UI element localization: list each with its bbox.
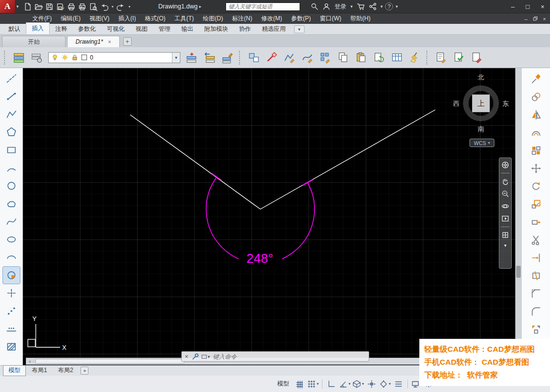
minimize-button[interactable]: – bbox=[505, 0, 520, 13]
save-button[interactable] bbox=[44, 1, 55, 12]
menu-draw[interactable]: 绘图(D) bbox=[198, 14, 228, 23]
navbar-caret-icon[interactable]: ▾ bbox=[504, 243, 507, 248]
navigation-wheel-button[interactable] bbox=[501, 160, 510, 169]
revision-cloud-button[interactable] bbox=[3, 195, 20, 212]
spline-button[interactable] bbox=[3, 213, 20, 230]
ellipse-button[interactable] bbox=[3, 231, 20, 248]
menu-help[interactable]: 帮助(H) bbox=[346, 14, 375, 23]
layer-on-bulb-icon[interactable] bbox=[51, 54, 59, 61]
scale-button[interactable] bbox=[528, 196, 545, 213]
view-cube-west-label[interactable]: 西 bbox=[453, 99, 460, 108]
undo-button[interactable] bbox=[99, 1, 110, 12]
menu-modify[interactable]: 修改(M) bbox=[257, 14, 287, 23]
markup-button[interactable] bbox=[469, 49, 485, 66]
doc-restore-button[interactable] bbox=[533, 16, 538, 21]
layer-states-button[interactable] bbox=[28, 49, 45, 66]
print-button[interactable] bbox=[66, 1, 77, 12]
make-object-layer-current-button[interactable] bbox=[183, 49, 200, 66]
layer-match-button[interactable] bbox=[219, 49, 236, 66]
object-snap-button[interactable]: ▾ bbox=[379, 378, 391, 390]
arc-button[interactable] bbox=[3, 159, 20, 176]
command-customize-wrench-icon[interactable] bbox=[191, 353, 199, 360]
polar-tracking-button[interactable]: ▾ bbox=[339, 378, 351, 390]
vertical-scrollbar[interactable] bbox=[515, 68, 521, 358]
sign-in-button[interactable] bbox=[321, 1, 332, 12]
zoom-button[interactable] bbox=[501, 189, 510, 198]
menu-window[interactable]: 窗口(W) bbox=[315, 14, 346, 23]
redo-button[interactable] bbox=[116, 1, 127, 12]
undo-caret[interactable]: ▾ bbox=[110, 1, 116, 12]
help-caret-icon[interactable]: ▾ bbox=[394, 4, 399, 9]
share-caret-icon[interactable]: ▾ bbox=[379, 4, 385, 9]
drawn-line-right[interactable] bbox=[260, 110, 435, 209]
block-insert-button[interactable] bbox=[3, 267, 20, 284]
isodraft-caret-icon[interactable]: ▾ bbox=[362, 382, 364, 386]
vertical-scrollbar-thumb[interactable] bbox=[516, 266, 521, 278]
pan-button[interactable] bbox=[501, 177, 510, 186]
new-drawing-tab-button[interactable]: + bbox=[123, 37, 132, 46]
table-button[interactable] bbox=[389, 49, 405, 66]
object-snap-tracking-button[interactable] bbox=[366, 378, 378, 390]
layout1-tab[interactable]: 布局1 bbox=[27, 366, 52, 376]
toolbar-grip[interactable] bbox=[4, 51, 7, 65]
menu-tools[interactable]: 工具(T) bbox=[170, 14, 198, 23]
isodraft-button[interactable]: ▾ bbox=[352, 378, 364, 390]
circle-button[interactable] bbox=[3, 177, 20, 194]
rotate-button[interactable] bbox=[528, 178, 545, 195]
menu-insert[interactable]: 插入(I) bbox=[114, 14, 140, 23]
property-paint-button[interactable] bbox=[245, 49, 262, 66]
ortho-mode-button[interactable] bbox=[325, 378, 337, 390]
ribbon-tab-manage[interactable]: 管理 bbox=[153, 23, 176, 34]
polyline-button[interactable] bbox=[3, 106, 20, 123]
share-button[interactable] bbox=[367, 1, 378, 12]
ucs-icon[interactable] bbox=[28, 324, 60, 347]
chamfer-button[interactable] bbox=[528, 285, 545, 302]
plot-button[interactable] bbox=[77, 1, 88, 12]
drawing-tab-close-icon[interactable]: × bbox=[108, 39, 111, 45]
ribbon-tab-output[interactable]: 输出 bbox=[176, 23, 199, 34]
redo-caret[interactable]: ▾ bbox=[127, 1, 133, 12]
trim-button[interactable] bbox=[528, 232, 545, 248]
steering-grid-button[interactable] bbox=[501, 231, 510, 239]
ribbon-tab-view[interactable]: 视图 bbox=[130, 23, 153, 34]
show-motion-button[interactable] bbox=[501, 214, 510, 223]
ribbon-display-options-button[interactable]: ▾ bbox=[294, 25, 305, 33]
grid-display-button[interactable] bbox=[294, 378, 306, 390]
ribbon-tab-parametric[interactable]: 参数化 bbox=[73, 23, 101, 34]
move-button[interactable] bbox=[528, 160, 545, 177]
toolbar-grip[interactable] bbox=[426, 51, 430, 65]
command-close-icon[interactable]: × bbox=[185, 353, 188, 360]
angle-dimension-label[interactable]: 248° bbox=[246, 251, 273, 266]
ribbon-tab-featured[interactable]: 精选应用 bbox=[256, 23, 291, 34]
layer-color-swatch[interactable] bbox=[81, 54, 87, 61]
refresh-drawing-button[interactable] bbox=[371, 49, 388, 66]
print-preview-button[interactable] bbox=[88, 1, 99, 12]
view-cube-south-label[interactable]: 南 bbox=[449, 125, 513, 134]
view-cube-top-face[interactable]: 上 bbox=[472, 94, 490, 112]
view-cube[interactable]: 北 西 东 南 上 bbox=[449, 72, 513, 135]
title-caret-icon[interactable]: ▸ bbox=[198, 4, 203, 9]
menu-dimension[interactable]: 标注(N) bbox=[228, 14, 257, 23]
stretch-button[interactable] bbox=[528, 214, 545, 231]
erase-button[interactable] bbox=[263, 49, 280, 66]
file-tab-drawing1[interactable]: Drawing1* × bbox=[67, 36, 120, 47]
layer-lock-icon[interactable] bbox=[71, 54, 79, 61]
command-recent-button[interactable]: ▾ bbox=[202, 354, 210, 359]
array-button[interactable] bbox=[528, 142, 545, 159]
new-layout-button[interactable]: + bbox=[80, 367, 88, 375]
save-as-button[interactable] bbox=[55, 1, 66, 12]
layer-freeze-sun-icon[interactable] bbox=[61, 54, 69, 61]
maximize-button[interactable]: □ bbox=[520, 0, 535, 13]
drawn-line-left[interactable] bbox=[130, 115, 260, 209]
copy-clip-button[interactable] bbox=[335, 49, 352, 66]
osnap-caret-icon[interactable]: ▾ bbox=[389, 382, 391, 386]
snap-mode-button[interactable]: ▾ bbox=[307, 378, 319, 390]
command-line-bar[interactable]: × ▾ bbox=[181, 351, 369, 362]
ribbon-tab-collaborate[interactable]: 协作 bbox=[234, 23, 256, 34]
app-logo[interactable]: A bbox=[0, 0, 15, 13]
match-properties-button[interactable] bbox=[528, 71, 545, 87]
construction-line-button[interactable] bbox=[3, 70, 20, 87]
fillet-button[interactable] bbox=[528, 303, 545, 320]
layer-combo-caret-icon[interactable]: ▾ bbox=[172, 53, 180, 63]
layer-previous-button[interactable] bbox=[201, 49, 218, 66]
